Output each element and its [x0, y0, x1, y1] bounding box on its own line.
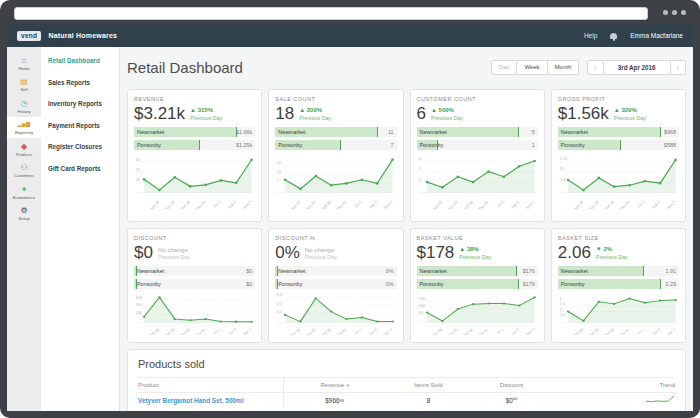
kpi-card-discount: DISCOUNT %0%No changePrevious DayNewmark…	[268, 228, 403, 343]
notifications-bell-icon[interactable]	[610, 33, 617, 39]
products-sold-heading: Products sold	[138, 358, 675, 370]
sidebar-rail-item-home[interactable]: ⌂Home	[7, 52, 41, 74]
period-button-day[interactable]: Day	[491, 60, 518, 75]
url-bar[interactable]	[14, 7, 648, 20]
svg-text:Sun 3: Sun 3	[242, 199, 253, 209]
vend-logo[interactable]: vend	[17, 31, 41, 41]
window-controls[interactable]	[663, 10, 686, 15]
kpi-card-title: BASKET VALUE	[417, 235, 538, 241]
discount-cell: $000	[471, 396, 551, 404]
kpi-value: $0	[134, 244, 153, 262]
mini-line-chart: 21.510.5Mon 28Tue 29Wed 30Thu 31Fri 1Sat…	[558, 292, 679, 335]
history-icon: ◷	[21, 99, 28, 108]
subnav-item-gift-card-reports[interactable]: Gift Card Reports	[48, 165, 112, 172]
svg-text:Sun 3: Sun 3	[524, 199, 535, 209]
svg-text:0.2: 0.2	[277, 302, 282, 306]
help-link[interactable]: Help	[584, 32, 597, 39]
sidebar-rail-item-customers[interactable]: ⚇Customers	[7, 160, 41, 182]
product-cell: Vetyver Bergamot Hand Set, 500ml	[138, 397, 283, 404]
kpi-chart: 21.510.5Mon 28Tue 29Wed 30Thu 31Fri 1Sat…	[558, 292, 679, 335]
subnav-item-payment-reports[interactable]: Payment Reports	[48, 122, 112, 129]
svg-text:Thu 31: Thu 31	[618, 199, 630, 209]
rail-item-label: Products	[16, 152, 33, 157]
date-next-button[interactable]: ›	[671, 60, 686, 75]
kpi-chart: 1.5k1k500Mon 28Tue 29Wed 30Thu 31Fri 1Sa…	[558, 153, 679, 209]
svg-text:Thu 31: Thu 31	[618, 328, 630, 335]
kpi-delta-label: Previous Day	[431, 115, 463, 122]
subnav-item-inventory-reports[interactable]: Inventory Reports	[48, 100, 112, 107]
svg-text:Sun 3: Sun 3	[666, 328, 676, 335]
svg-text:1k: 1k	[560, 166, 564, 171]
user-menu[interactable]: Emma Macfarlane	[630, 32, 683, 39]
outlet-value: $0	[246, 266, 252, 276]
outlet-bar-ponsonby: Ponsonby2.29	[558, 279, 679, 289]
store-name: Natural Homewares	[48, 32, 117, 39]
svg-text:400: 400	[136, 304, 142, 308]
sidebar-rail-item-reporting[interactable]: ▂▅▇Reporting	[7, 117, 41, 139]
kpi-delta-label: Previous Day	[614, 115, 646, 122]
window-dot[interactable]	[663, 10, 668, 15]
kpi-card-title: GROSS PROFIT	[558, 96, 679, 102]
sidebar-rail-item-products[interactable]: ◆Products	[7, 138, 41, 160]
svg-text:Thu 31: Thu 31	[195, 328, 207, 335]
svg-text:100: 100	[418, 305, 424, 309]
outlet-bar-newmarket: Newmarket$176	[417, 266, 538, 276]
column-header-trend[interactable]: Trend	[552, 382, 675, 388]
svg-text:Fri 1: Fri 1	[496, 328, 505, 335]
window-dot[interactable]	[672, 10, 677, 15]
period-button-month[interactable]: Month	[548, 60, 580, 75]
kpi-card-title: SALE COUNT	[275, 96, 396, 102]
kpi-delta: ▲ 200%Previous Day	[299, 107, 331, 121]
sidebar-rail-item-history[interactable]: ◷History	[7, 95, 41, 117]
date-label[interactable]: 3rd Apr 2016	[604, 60, 671, 75]
svg-text:Tue 29: Tue 29	[447, 328, 459, 335]
subnav-item-retail-dashboard[interactable]: Retail Dashboard	[48, 57, 112, 64]
svg-text:1.5: 1.5	[560, 303, 565, 307]
outlet-name: Newmarket	[278, 127, 305, 137]
column-header-product[interactable]: Product	[138, 382, 283, 388]
kpi-cards-row-1: REVENUE$3.21k▲ 315%Previous DayNewmarket…	[127, 89, 686, 222]
outlet-name: Newmarket	[137, 127, 164, 137]
app-body: ⌂Home▤Sell◷History▂▅▇Reporting◆Products⚇…	[7, 47, 693, 411]
period-button-week[interactable]: Week	[517, 60, 547, 75]
mini-line-chart: 15010050Mon 28Tue 29Wed 30Thu 31Fri 1Sat…	[417, 292, 538, 335]
customers-icon: ⚇	[20, 163, 27, 172]
subnav-item-register-closures[interactable]: Register Closures	[48, 143, 112, 150]
kpi-number-row: 2.06▼ 2%Previous Day	[558, 244, 679, 262]
date-prev-button[interactable]: ‹	[587, 60, 603, 75]
product-link[interactable]: Vetyver Bergamot Hand Set, 500ml	[138, 397, 244, 404]
column-header-discount[interactable]: Discount	[471, 382, 551, 388]
sidebar-rail-item-setup[interactable]: ⚙Setup	[7, 203, 41, 225]
kpi-card-title: DISCOUNT %	[275, 235, 396, 241]
kpi-delta-label: Previous Day	[190, 115, 222, 122]
sidebar-rail-item-sell[interactable]: ▤Sell	[7, 74, 41, 96]
column-header-items-sold[interactable]: Items Sold	[386, 382, 472, 388]
window-dot[interactable]	[681, 10, 686, 15]
kpi-delta-label: Previous Day	[305, 254, 337, 261]
kpi-value: 18	[275, 105, 294, 123]
rail-item-label: Ecommerce	[13, 195, 35, 200]
products-icon: ◆	[21, 142, 27, 151]
svg-text:Mon 28: Mon 28	[289, 199, 302, 209]
column-header-label: Trend	[660, 382, 675, 388]
kpi-delta-label: Previous Day	[299, 115, 331, 122]
sidebar-rail-item-ecommerce[interactable]: ✦Ecommerce	[7, 181, 41, 203]
outlet-value: 2.29	[666, 279, 677, 289]
svg-text:Sun 3: Sun 3	[383, 328, 393, 335]
kpi-delta: ▲ 38%Previous Day	[459, 246, 491, 260]
column-header-revenue[interactable]: Revenue▾	[283, 378, 386, 392]
sell-icon: ▤	[20, 77, 28, 86]
outlet-name: Ponsonby	[561, 140, 585, 150]
outlet-bars: Newmarket$176Ponsonby$179	[417, 266, 538, 289]
outlet-bar-ponsonby: Ponsonby$588	[558, 140, 679, 150]
ecommerce-icon: ✦	[21, 185, 28, 194]
outlet-name: Newmarket	[137, 266, 164, 276]
svg-text:Mon 28: Mon 28	[148, 199, 161, 209]
svg-text:Sat 2: Sat 2	[651, 328, 661, 335]
subnav-item-sales-reports[interactable]: Sales Reports	[48, 79, 112, 86]
svg-text:Wed 30: Wed 30	[461, 199, 474, 209]
kpi-value: 2.06	[558, 244, 591, 262]
mini-line-chart: 1.5k1k500Mon 28Tue 29Wed 30Thu 31Fri 1Sa…	[558, 153, 679, 209]
kpi-value: 6	[417, 105, 426, 123]
svg-text:Thu 31: Thu 31	[336, 199, 348, 209]
